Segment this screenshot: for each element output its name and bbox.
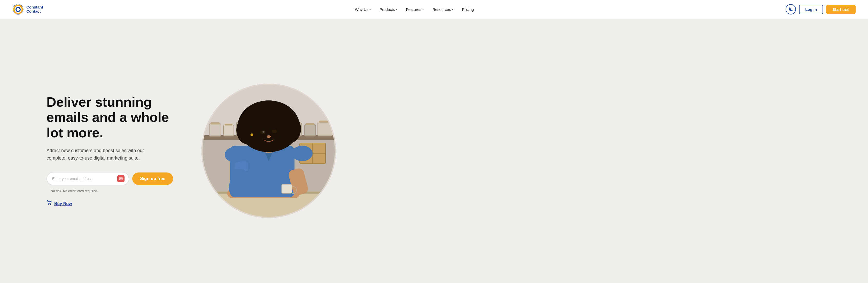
svg-rect-10 [209,124,221,136]
logo-text: Constant Contact [26,5,43,14]
header: Constant Contact Why Us ▾ Products ▾ Fea… [0,0,868,19]
logo-line1: Constant [26,5,43,9]
buy-now-link[interactable]: Buy Now [46,200,181,207]
hero-photo [202,84,336,218]
shopping-cart-icon [46,200,52,206]
login-button[interactable]: Log in [799,5,823,14]
svg-point-46 [292,146,313,161]
hero-section: Deliver stunning emails and a whole lot … [0,19,868,283]
svg-point-42 [262,131,265,133]
nav-label-resources: Resources [432,7,451,11]
svg-rect-49 [282,184,292,193]
nav-label-products: Products [379,7,395,11]
chevron-down-icon: ▾ [452,8,453,11]
svg-rect-11 [211,122,220,124]
start-trial-button[interactable]: Start trial [826,5,856,14]
svg-point-45 [225,147,245,162]
header-actions: Log in Start trial [785,4,856,14]
email-input[interactable] [52,177,117,181]
signup-form: Sign up free [46,172,181,185]
signup-button[interactable]: Sign up free [132,172,173,185]
svg-point-4 [50,204,51,205]
chevron-down-icon: ▾ [396,8,397,11]
svg-point-3 [48,204,49,205]
buy-now-label: Buy Now [54,201,72,206]
chevron-down-icon: ▾ [369,8,371,11]
logo[interactable]: Constant Contact [12,4,43,15]
svg-point-41 [272,130,277,133]
hero-image-area [202,84,336,218]
svg-point-43 [267,135,271,138]
phone-button[interactable] [785,4,796,14]
email-icon [117,175,125,182]
nav-label-pricing: Pricing [462,7,474,11]
svg-rect-12 [223,125,234,136]
hero-title: Deliver stunning emails and a whole lot … [46,95,181,141]
no-risk-text: No risk. No credit card required. [51,189,181,193]
svg-point-44 [251,133,253,136]
nav-item-features[interactable]: Features ▾ [402,5,427,14]
hero-subtitle: Attract new customers and boost sales wi… [46,147,155,162]
nav-item-resources[interactable]: Resources ▾ [429,5,457,14]
envelope-icon [119,177,123,181]
cart-icon [46,200,52,207]
main-nav: Why Us ▾ Products ▾ Features ▾ Resources… [351,5,477,14]
svg-rect-18 [304,124,316,136]
nav-item-why-us[interactable]: Why Us ▾ [351,5,375,14]
svg-rect-13 [225,124,232,125]
svg-point-39 [251,100,287,129]
nav-item-pricing[interactable]: Pricing [458,5,477,14]
svg-rect-19 [306,123,314,125]
logo-icon [12,4,24,15]
logo-line2: Contact [26,9,43,14]
chevron-down-icon: ▾ [423,8,424,11]
nav-item-products[interactable]: Products ▾ [376,5,401,14]
nav-label-why-us: Why Us [355,7,369,11]
nav-label-features: Features [406,7,421,11]
phone-icon [789,7,793,11]
hero-content: Deliver stunning emails and a whole lot … [46,95,181,207]
email-input-wrapper[interactable] [46,172,129,185]
hero-illustration [202,84,336,218]
